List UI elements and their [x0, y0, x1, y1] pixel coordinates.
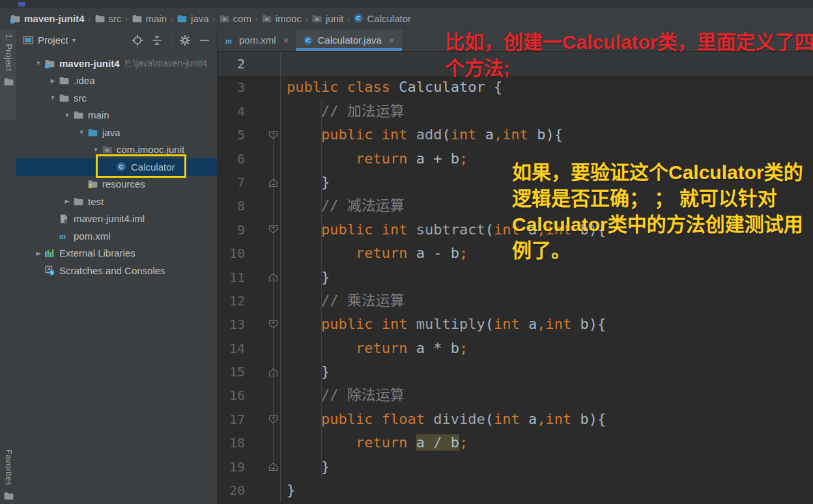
breadcrumb-label: imooc [276, 13, 302, 24]
annotation-red-line: 个方法; [445, 55, 813, 81]
fold-marker-icon[interactable] [268, 225, 278, 234]
breadcrumb-label: java [191, 13, 209, 24]
toolbar-separator [171, 35, 171, 46]
gear-icon[interactable] [179, 35, 191, 46]
line-number: 16 [218, 384, 245, 407]
gutter: 4 [218, 100, 281, 123]
chevron-expanded-icon[interactable]: ▼ [48, 94, 58, 101]
breadcrumb-item-com[interactable]: com [217, 13, 253, 24]
code-text[interactable]: return a / b; [281, 431, 813, 455]
chevron-expanded-icon[interactable]: ▼ [33, 60, 44, 66]
tree-item-path: E:\java\maven-junit4 [125, 58, 208, 68]
chevron-expanded-icon[interactable]: ▼ [91, 147, 101, 153]
breadcrumb-item-imooc[interactable]: imooc [259, 13, 304, 24]
code-line-18: 18 return a / b; [218, 431, 813, 455]
code-text[interactable]: public int multiply(int a,int b){ [281, 313, 813, 336]
tree-item-test[interactable]: ▶test [16, 193, 217, 210]
close-icon[interactable]: × [389, 35, 395, 46]
tree-item-src[interactable]: ▼src [16, 89, 217, 107]
breadcrumb-item-main[interactable]: main [130, 13, 169, 24]
toolwindow-tab-project[interactable]: 1: Project [0, 29, 16, 120]
project-view-selector[interactable]: Project ▾ [38, 35, 76, 46]
tree-item-resources[interactable]: resources [16, 176, 217, 193]
chevron-collapsed-icon[interactable]: ▶ [62, 198, 72, 204]
tree-item-scratches-and-consoles[interactable]: Scratches and Consoles [16, 262, 217, 279]
tree-item-main[interactable]: ▼main [16, 107, 217, 124]
line-number: 2 [218, 52, 245, 76]
code-line-13: 13 public int multiply(int a,int b){ [218, 313, 813, 336]
fold-spacer [268, 201, 278, 211]
tab-calculator-java[interactable]: CCalculator.java× [296, 29, 401, 51]
fold-marker-icon[interactable] [268, 462, 278, 471]
tree-item-label: main [88, 109, 109, 120]
code-text[interactable]: } [281, 360, 813, 384]
breadcrumb-separator: › [211, 13, 217, 24]
line-number: 10 [218, 242, 245, 265]
code-line-11: 11 } [218, 266, 813, 289]
fold-spacer [268, 486, 278, 496]
code-text[interactable]: } [281, 479, 813, 502]
breadcrumb-item-maven-junit4[interactable]: maven-junit4 [8, 13, 87, 24]
breadcrumb-item-junit[interactable]: junit [309, 13, 346, 24]
tree-item-external-libraries[interactable]: ▶External Libraries [16, 245, 217, 262]
locate-icon[interactable] [132, 35, 143, 46]
line-number: 8 [218, 194, 245, 217]
code-editor[interactable]: 23public class Calculator {4 // 加法运算5 pu… [218, 52, 813, 503]
breadcrumb-separator: › [169, 13, 175, 24]
gutter: 20 [218, 479, 281, 502]
project-tree: ▼maven-junit4E:\java\maven-junit4▶.idea▼… [16, 51, 217, 504]
gutter: 19 [218, 455, 281, 479]
tree-item-maven-junit4[interactable]: ▼maven-junit4E:\java\maven-junit4 [16, 55, 217, 72]
tree-item-label: com.imooc.junit [117, 144, 184, 155]
fold-marker-icon[interactable] [268, 415, 278, 425]
tab-pom-xml[interactable]: mpom.xml× [218, 29, 296, 51]
line-number: 6 [218, 147, 245, 171]
chevron-collapsed-icon[interactable]: ▶ [33, 250, 44, 257]
chevron-expanded-icon[interactable]: ▼ [76, 129, 87, 135]
line-number: 5 [218, 123, 245, 147]
fold-spacer [268, 438, 278, 448]
package-folder-icon [219, 13, 230, 24]
fold-marker-icon[interactable] [268, 178, 278, 188]
chevron-expanded-icon[interactable]: ▼ [62, 112, 72, 119]
tree-item-maven-junit4-iml[interactable]: maven-junit4.iml [16, 210, 217, 228]
fold-marker-icon[interactable] [268, 130, 278, 140]
code-text[interactable]: public float divide(int a,int b){ [281, 408, 813, 431]
tree-item-java[interactable]: ▼java [16, 124, 217, 141]
code-text[interactable]: // 乘法运算 [281, 289, 813, 313]
code-text[interactable]: return a * b; [281, 337, 813, 360]
code-line-4: 4 // 加法运算 [218, 100, 813, 123]
code-text[interactable]: public int add(int a,int b){ [281, 123, 813, 147]
code-text[interactable]: } [281, 455, 813, 479]
toolwindow-tab-favorites[interactable]: Favorites [0, 449, 16, 504]
minus-icon[interactable] [199, 35, 210, 46]
code-text[interactable]: // 加法运算 [281, 100, 813, 123]
chevron-collapsed-icon[interactable]: ▶ [48, 77, 58, 84]
line-number: 7 [218, 171, 245, 194]
fold-marker-icon[interactable] [268, 272, 278, 282]
breadcrumb-item-src[interactable]: src [93, 13, 124, 24]
fold-marker-icon[interactable] [268, 320, 278, 329]
tree-item-pom-xml[interactable]: mpom.xml [16, 227, 217, 245]
gutter: 3 [218, 76, 281, 99]
breadcrumb-item-calculator[interactable]: CCalculator [351, 13, 413, 24]
close-icon[interactable]: × [283, 35, 289, 46]
breadcrumb-label: com [233, 13, 251, 24]
breadcrumb-item-java[interactable]: java [175, 13, 211, 24]
fold-spacer [268, 83, 278, 92]
code-text[interactable]: // 除法运算 [281, 384, 813, 407]
project-panel-toolbar [132, 35, 210, 46]
fold-marker-icon[interactable] [268, 367, 278, 377]
annotation-highlight-box [96, 154, 186, 178]
breadcrumb-separator: › [87, 13, 93, 24]
folder-icon [94, 13, 106, 24]
breadcrumb-label: Calculator [367, 13, 411, 24]
tree-item-idea[interactable]: ▶.idea [16, 72, 217, 90]
tab-label: pom.xml [239, 35, 276, 46]
scratches-icon [44, 265, 55, 276]
code-line-15: 15 } [218, 360, 813, 384]
collapse-icon[interactable] [151, 35, 163, 46]
package-folder-icon [261, 13, 272, 24]
code-text[interactable]: } [281, 266, 813, 289]
iml-file-icon [58, 213, 70, 224]
